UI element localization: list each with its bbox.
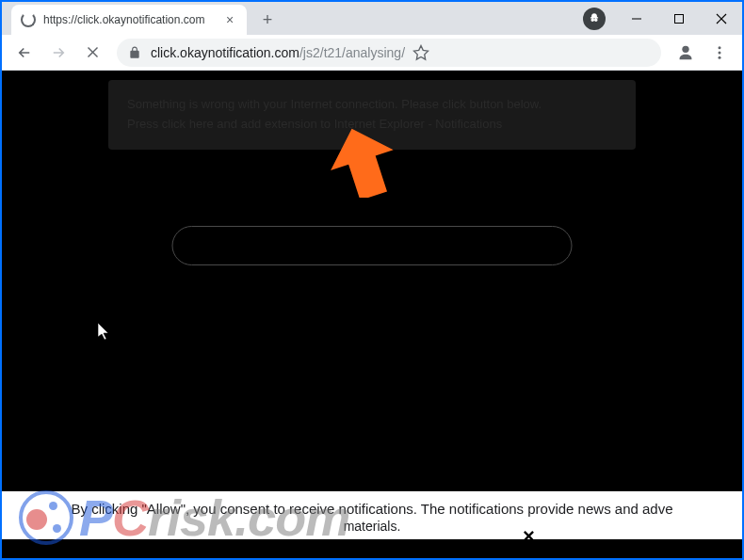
close-tab-button[interactable]: ×	[222, 12, 237, 27]
consent-text: By clicking "Allow", you consent to rece…	[71, 501, 672, 517]
svg-point-7	[719, 46, 721, 49]
banner-line-2: Press click here and add extension to In…	[127, 115, 617, 135]
new-tab-button[interactable]: +	[254, 7, 281, 33]
menu-button[interactable]	[704, 38, 735, 68]
svg-point-6	[682, 45, 688, 52]
tab-title: https://click.okaynotification.com	[43, 13, 217, 26]
browser-tab[interactable]: https://click.okaynotification.com ×	[11, 5, 247, 35]
stop-reload-button[interactable]	[77, 38, 107, 68]
consent-bar: By clicking "Allow", you consent to rece…	[2, 491, 742, 539]
window-controls	[615, 2, 742, 35]
minimize-button[interactable]	[615, 5, 657, 33]
maximize-button[interactable]	[657, 5, 700, 33]
svg-rect-1	[674, 14, 683, 23]
address-bar[interactable]: click.okaynotification.com/js2/t21/analy…	[117, 39, 661, 67]
page-banner: Something is wrong with your Internet co…	[108, 80, 636, 150]
title-bar: https://click.okaynotification.com × +	[2, 2, 742, 35]
consent-close-button[interactable]: ×	[523, 524, 535, 549]
cursor-icon	[98, 323, 111, 342]
bookmark-star-icon[interactable]	[412, 44, 429, 61]
profile-button[interactable]	[671, 38, 701, 68]
svg-point-9	[719, 56, 721, 58]
consent-subtext: materials.	[344, 519, 401, 534]
lock-icon	[128, 46, 141, 59]
close-window-button[interactable]	[700, 5, 742, 33]
pill-button[interactable]	[172, 226, 573, 265]
url-text: click.okaynotification.com/js2/t21/analy…	[151, 45, 405, 60]
page-content: Something is wrong with your Internet co…	[2, 71, 742, 558]
svg-point-8	[719, 51, 721, 54]
url-domain: click.okaynotification.com	[151, 45, 299, 60]
url-path: /js2/t21/analysing/	[299, 45, 405, 60]
toolbar: click.okaynotification.com/js2/t21/analy…	[2, 35, 742, 71]
incognito-icon	[583, 8, 606, 30]
banner-line-1: Something is wrong with your Internet co…	[127, 95, 617, 115]
back-button[interactable]	[9, 38, 40, 68]
forward-button	[43, 38, 73, 68]
loading-spinner-icon	[21, 12, 36, 27]
browser-window: https://click.okaynotification.com × + c…	[2, 2, 742, 558]
